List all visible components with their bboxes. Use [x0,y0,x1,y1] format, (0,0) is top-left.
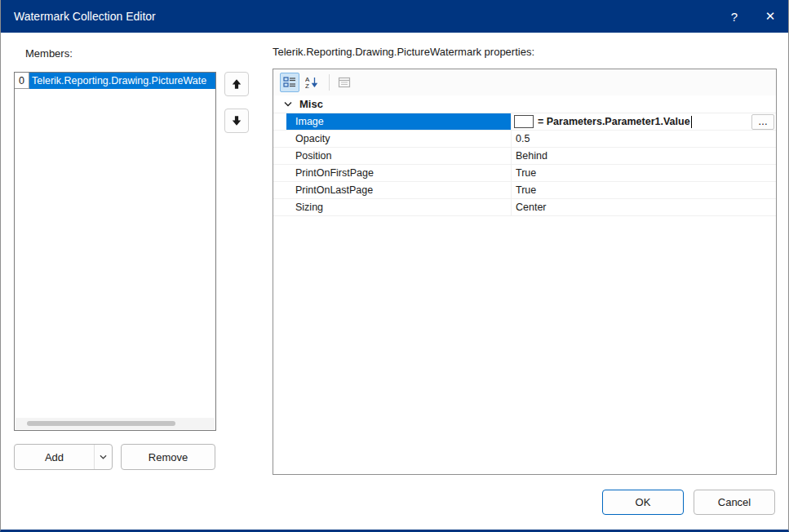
close-icon[interactable]: ✕ [752,0,788,33]
add-dropdown[interactable] [94,445,112,469]
property-name[interactable]: Position [286,148,512,164]
property-row-printonlastpage[interactable]: PrintOnLastPage True [273,182,776,199]
window-title: Watermark Collection Editor [1,10,716,23]
property-value[interactable]: Behind [512,148,776,164]
property-row-sizing[interactable]: Sizing Center [273,199,776,216]
categorized-view-icon[interactable] [280,73,299,92]
list-item-index: 0 [15,73,29,89]
row-gutter [273,182,286,198]
property-name[interactable]: PrintOnLastPage [286,182,512,198]
property-value[interactable]: Center [512,199,776,215]
help-icon[interactable]: ? [716,0,752,33]
text-cursor [691,116,692,128]
property-grid: A Z Misc Image = Parameters.Parameter1.V… [273,69,777,475]
add-button[interactable]: Add [14,444,113,470]
category-row-misc[interactable]: Misc [273,95,776,113]
property-pages-icon [335,73,354,92]
move-down-button[interactable] [224,109,249,133]
property-value[interactable]: 0.5 [512,131,776,147]
remove-button[interactable]: Remove [121,444,215,470]
row-gutter [273,165,286,181]
property-name[interactable]: Image [286,113,512,130]
title-bar: Watermark Collection Editor ? ✕ [1,0,788,33]
property-name[interactable]: Opacity [286,131,512,147]
chevron-down-icon [100,454,107,459]
property-value-editor[interactable]: = Parameters.Parameter1.Value … [512,113,776,130]
property-row-printonfirstpage[interactable]: PrintOnFirstPage True [273,165,776,182]
scrollbar-thumb[interactable] [27,421,175,426]
horizontal-scrollbar[interactable] [16,418,215,429]
move-up-button[interactable] [224,72,249,96]
property-grid-toolbar: A Z [273,69,776,95]
ellipsis-button[interactable]: … [751,114,774,130]
image-thumbnail [514,115,534,128]
property-row-image[interactable]: Image = Parameters.Parameter1.Value … [273,113,776,131]
toolbar-separator [329,74,330,91]
ok-button[interactable]: OK [602,490,684,515]
row-gutter [273,131,286,147]
row-gutter [273,199,286,215]
category-label: Misc [299,98,323,110]
add-button-label: Add [15,451,94,463]
members-label: Members: [25,47,73,60]
list-item-text[interactable]: Telerik.Reporting.Drawing.PictureWate [29,73,215,89]
property-row-opacity[interactable]: Opacity 0.5 [273,131,776,148]
properties-header: Telerik.Reporting.Drawing.PictureWaterma… [273,46,534,58]
property-value[interactable]: True [512,165,776,181]
row-gutter [273,148,286,164]
property-name[interactable]: Sizing [286,199,512,215]
property-row-position[interactable]: Position Behind [273,148,776,165]
list-item[interactable]: 0 Telerik.Reporting.Drawing.PictureWate [15,73,215,89]
property-value[interactable]: = Parameters.Parameter1.Value [538,116,690,127]
alphabetical-sort-icon[interactable]: A Z [302,73,321,92]
cancel-button[interactable]: Cancel [694,490,775,515]
svg-text:Z: Z [305,82,309,89]
members-listbox[interactable]: 0 Telerik.Reporting.Drawing.PictureWate [14,72,216,431]
chevron-expanded-icon[interactable] [281,101,295,107]
row-gutter [273,113,286,130]
property-value[interactable]: True [512,182,776,198]
arrow-down-icon [231,115,242,126]
property-name[interactable]: PrintOnFirstPage [286,165,512,181]
arrow-up-icon [231,78,242,90]
